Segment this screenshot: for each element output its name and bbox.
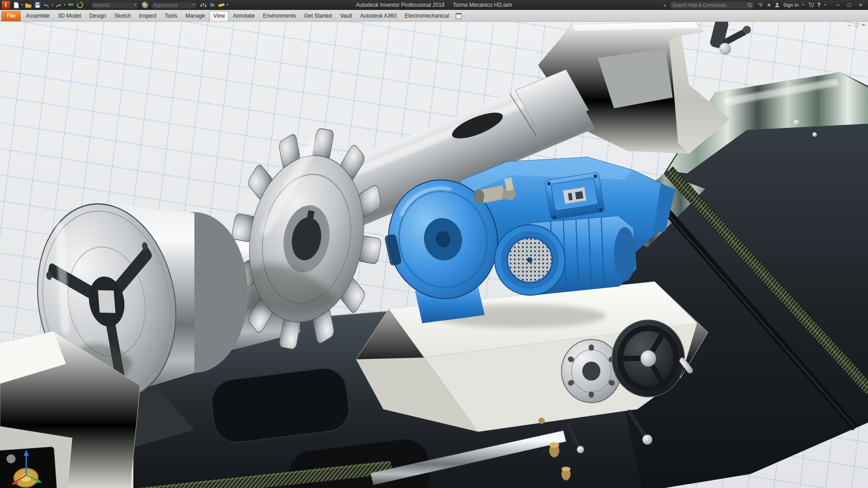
adjust-sliders-icon <box>200 2 207 8</box>
save-button[interactable] <box>33 1 42 9</box>
tab-environments[interactable]: Environments <box>259 11 300 21</box>
open-button[interactable] <box>24 1 33 9</box>
doc-close-button[interactable]: × <box>862 22 865 28</box>
return-icon <box>67 2 74 8</box>
update-button[interactable] <box>75 1 84 9</box>
control-panel[interactable] <box>0 447 57 488</box>
tab-assemble[interactable]: Assemble <box>22 11 54 21</box>
sign-in-label[interactable]: Sign In <box>783 2 798 8</box>
undo-icon <box>43 2 50 8</box>
document-title: Tormo Mecanico HD.iam <box>453 2 512 8</box>
window-maximize-button[interactable]: □ <box>844 0 855 9</box>
sign-in-dropdown[interactable]: ▾ <box>802 3 804 7</box>
electric-motor[interactable] <box>495 216 637 296</box>
quick-access-toolbar: I ▾ ▾ ▾ Material▾ <box>2 1 229 9</box>
new-file-dropdown[interactable]: ▾ <box>21 3 23 7</box>
motor-terminal-box[interactable] <box>545 172 604 220</box>
tab-file[interactable]: File <box>1 11 21 21</box>
appearance-wheel-button[interactable] <box>141 1 149 9</box>
search-input[interactable] <box>672 2 745 8</box>
tab-view[interactable]: View <box>209 11 229 21</box>
sign-in-person-icon[interactable] <box>774 2 780 8</box>
store-cart-icon[interactable] <box>808 2 814 8</box>
inventor-logo-icon[interactable]: I <box>2 1 10 9</box>
help-dropdown[interactable]: ▾ <box>824 3 826 7</box>
material-combo[interactable]: Material▾ <box>91 1 139 9</box>
ribbon-tab-bar: File Assemble 3D Model Design Sketch Ins… <box>0 10 868 22</box>
3d-viewport[interactable]: – □ × <box>0 22 868 488</box>
redo-button[interactable] <box>54 1 63 9</box>
app-title: Autodesk Inventor Professional 2018 <box>356 2 444 8</box>
undo-dropdown[interactable]: ▾ <box>52 3 53 7</box>
appearance-combo[interactable]: Appearance▾ <box>151 1 197 9</box>
tab-3d-model[interactable]: 3D Model <box>54 11 85 21</box>
document-window-controls: – □ × <box>848 22 865 28</box>
tab-inspect[interactable]: Inspect <box>135 11 160 21</box>
redo-icon <box>55 2 62 8</box>
bearing-flange[interactable] <box>561 339 621 403</box>
search-icon[interactable] <box>747 3 752 8</box>
redo-dropdown[interactable]: ▾ <box>64 3 66 7</box>
tab-get-started[interactable]: Get Started <box>300 11 336 21</box>
search-panel-arrow[interactable]: ▸ <box>664 3 666 8</box>
help-icon[interactable]: ? <box>817 2 821 8</box>
color-wheel-icon <box>142 2 148 8</box>
3d-model-canvas[interactable] <box>0 22 868 488</box>
save-icon <box>34 2 41 8</box>
favorites-star-icon[interactable]: ★ <box>767 2 772 8</box>
tab-autodesk-a360[interactable]: Autodesk A360 <box>356 11 401 21</box>
doc-restore-button[interactable]: □ <box>855 22 858 28</box>
help-search-box[interactable] <box>670 1 755 9</box>
titlebar: I ▾ ▾ ▾ Material▾ <box>0 0 868 10</box>
open-folder-icon <box>25 2 32 8</box>
return-button[interactable] <box>66 1 75 9</box>
tab-annotate[interactable]: Annotate <box>229 11 259 21</box>
tab-tools[interactable]: Tools <box>160 11 181 21</box>
qat-customize-arrow[interactable]: ▾ <box>226 3 228 7</box>
new-file-icon <box>13 2 19 9</box>
adjust-button[interactable] <box>199 1 208 9</box>
update-icon <box>77 2 83 8</box>
measure-ruler-icon <box>218 2 225 8</box>
communication-center-icon[interactable] <box>758 2 764 8</box>
window-controls: – □ × <box>832 0 866 9</box>
window-minimize-button[interactable]: – <box>832 0 844 9</box>
undo-button[interactable] <box>42 1 51 9</box>
tab-vault[interactable]: Vault <box>336 11 356 21</box>
tab-design[interactable]: Design <box>85 11 110 21</box>
tab-manage[interactable]: Manage <box>181 11 209 21</box>
window-close-button[interactable]: × <box>855 0 866 9</box>
parameters-button[interactable]: fx <box>208 1 217 9</box>
tab-electromechanical[interactable]: Electromechanical <box>401 11 453 21</box>
measure-button[interactable] <box>217 1 226 9</box>
qat-separator <box>86 2 87 9</box>
ribbon-panel-icon <box>456 13 462 19</box>
ribbon-display-toggle-button[interactable]: ▾ <box>453 11 468 21</box>
tab-sketch[interactable]: Sketch <box>110 11 135 21</box>
new-file-button[interactable] <box>12 1 20 9</box>
doc-minimize-button[interactable]: – <box>848 22 851 28</box>
parameters-fx-icon: fx <box>210 2 215 8</box>
clamp-fitting[interactable] <box>709 22 751 55</box>
